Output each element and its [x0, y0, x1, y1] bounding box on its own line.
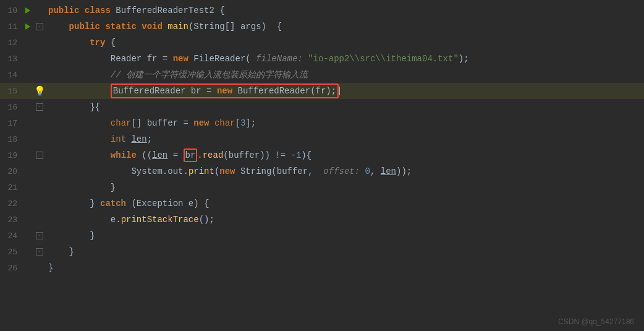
line-number: 15 [0, 87, 22, 96]
line-number: 16 [0, 103, 22, 112]
code-area: 10 public class BufferedReaderTest2 { 11… [0, 0, 644, 331]
line-number: 12 [0, 38, 22, 48]
line-content: } [46, 260, 644, 276]
line-content: } catch (Exception e) { [46, 196, 644, 212]
fold-icon[interactable]: - [33, 23, 46, 30]
fold-icon[interactable]: - [33, 103, 46, 111]
bulb-icon[interactable]: 💡 [33, 85, 46, 97]
line-content: System.out.print(new String(buffer, offs… [46, 163, 644, 179]
debug-arrow [22, 24, 33, 30]
line-number: 14 [0, 71, 22, 80]
code-editor: 10 public class BufferedReaderTest2 { 11… [0, 0, 644, 331]
line-number: 23 [0, 215, 22, 225]
line-content: public class BufferedReaderTest2 { [46, 2, 644, 19]
line-row: 17 char[] buffer = new char[3]; [0, 115, 644, 131]
line-number: 10 [0, 6, 22, 15]
line-number: 18 [0, 135, 22, 144]
line-content: // 创建一个字符缓冲输入流包装原始的字符输入流 [46, 67, 644, 83]
line-row: 15 💡 BufferedReader br = new BufferedRea… [0, 83, 644, 99]
line-content: }{ [46, 99, 644, 115]
line-row: 23 e.printStackTrace(); [0, 212, 644, 228]
line-content: public static void main(String[] args) { [46, 19, 644, 35]
fold-icon[interactable]: - [33, 152, 46, 159]
line-content: Reader fr = new FileReader( fileName: "i… [46, 51, 644, 67]
line-number: 25 [0, 247, 22, 257]
line-content: char[] buffer = new char[3]; [46, 115, 644, 131]
line-number: 22 [0, 199, 22, 208]
debug-arrow [22, 7, 33, 14]
line-number: 26 [0, 264, 22, 273]
line-content: } [46, 179, 644, 196]
line-row: 19 - while ((len = br.read(buffer)) != -… [0, 147, 644, 163]
line-row: 18 int len; [0, 131, 644, 147]
line-row: 20 System.out.print(new String(buffer, o… [0, 163, 644, 179]
line-number: 11 [0, 22, 22, 32]
line-row: 26 } [0, 260, 644, 276]
line-content: int len; [46, 131, 644, 147]
line-row: 24 - } [0, 228, 644, 244]
fold-icon[interactable]: - [33, 248, 46, 256]
watermark: CSDN @qq_54277186 [558, 317, 634, 326]
line-content: } [46, 244, 644, 260]
line-number: 20 [0, 167, 22, 176]
line-row: 16 - }{ [0, 99, 644, 115]
line-row: 13 Reader fr = new FileReader( fileName:… [0, 51, 644, 67]
fold-icon[interactable]: - [33, 232, 46, 239]
line-content: try { [46, 35, 644, 51]
line-row: 11 - public static void main(String[] ar… [0, 19, 644, 35]
line-row: 21 } [0, 179, 644, 196]
line-content: e.printStackTrace(); [46, 212, 644, 228]
line-row: 14 // 创建一个字符缓冲输入流包装原始的字符输入流 [0, 67, 644, 83]
line-content: while ((len = br.read(buffer)) != -1){ [46, 147, 644, 163]
line-row: 25 - } [0, 244, 644, 260]
line-number: 19 [0, 151, 22, 160]
line-number: 24 [0, 231, 22, 241]
line-number: 17 [0, 119, 22, 128]
line-number: 13 [0, 54, 22, 64]
line-content: } [46, 228, 644, 244]
line-row: 10 public class BufferedReaderTest2 { [0, 2, 644, 19]
line-content: BufferedReader br = new BufferedReader(f… [46, 83, 644, 99]
line-row: 12 try { [0, 35, 644, 51]
line-row: 22 } catch (Exception e) { [0, 196, 644, 212]
line-number: 21 [0, 183, 22, 192]
